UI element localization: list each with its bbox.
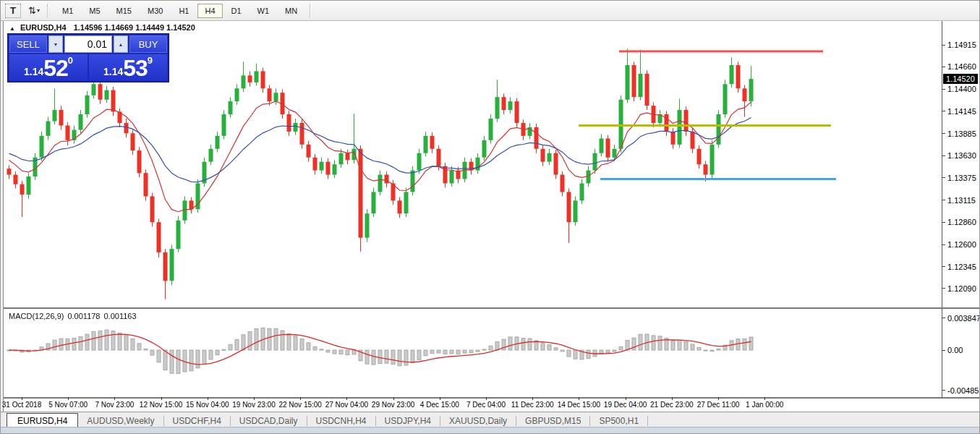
chart-title-ohlc: 1.14596 1.14669 1.14449 1.14520: [74, 23, 195, 32]
price-axis-tick: [942, 266, 945, 267]
timeframe-button-m15[interactable]: M15: [109, 4, 139, 18]
volume-increase-button[interactable]: ▲: [114, 35, 128, 53]
macd-axis-border: [942, 309, 942, 397]
macd-name: MACD(12,26,9): [9, 312, 64, 320]
chart-window: ▲ EURUSD,H4 1.14596 1.14669 1.14449 1.14…: [3, 21, 979, 412]
timeframe-toolbar: M1M5M15M30H1H4D1W1MN: [54, 4, 305, 18]
timeframe-button-m1[interactable]: M1: [55, 4, 80, 18]
price-axis-tick: [942, 222, 945, 223]
time-axis-tick: [764, 397, 765, 400]
price-axis-label: 1.14400: [947, 85, 976, 93]
time-axis-tick: [68, 397, 69, 400]
sell-price-sup: 0: [68, 56, 73, 65]
volume-input[interactable]: [65, 36, 111, 52]
timeframe-button-m5[interactable]: M5: [82, 4, 107, 18]
timeframe-button-d1[interactable]: D1: [224, 4, 249, 18]
spin-up-icon: ▲: [119, 42, 124, 47]
time-axis-tick: [672, 397, 673, 400]
macd-axis-label: -0.004856: [947, 386, 980, 395]
buy-price-prefix: 1.14: [103, 64, 123, 79]
tab-separator: [647, 416, 648, 426]
price-axis-tick: [942, 67, 945, 67]
buy-button[interactable]: BUY: [129, 35, 167, 53]
time-axis-tick: [718, 397, 719, 400]
macd-canvas[interactable]: [4, 309, 942, 397]
time-axis-tick: [114, 397, 115, 400]
timeframe-button-m30[interactable]: M30: [140, 4, 170, 18]
time-axis-tick: [208, 397, 208, 400]
price-axis-tick: [942, 111, 945, 111]
time-axis: 31 Oct 20185 Nov 07:007 Nov 23:0012 Nov …: [4, 399, 979, 412]
mt4-window: T ⇅ ▾ M1M5M15M30H1H4D1W1MN ▲ EURUSD,H4 1…: [0, 0, 980, 434]
timeframe-button-w1[interactable]: W1: [250, 4, 277, 18]
collapse-panel-icon[interactable]: ▲: [9, 25, 15, 32]
price-axis-tick: [942, 45, 945, 46]
price-axis-label: 1.13630: [947, 151, 976, 160]
main-chart-pane: ▲ EURUSD,H4 1.14596 1.14669 1.14449 1.14…: [4, 21, 979, 307]
macd-axis-label: 0.00: [947, 346, 963, 354]
price-axis-tick: [942, 200, 945, 200]
price-axis-label: 1.12345: [947, 263, 976, 271]
time-axis-label: 4 Dec 15:00: [420, 401, 459, 409]
sell-button-label: SELL: [17, 39, 40, 50]
time-axis-tick: [346, 397, 347, 400]
macd-indicator-label: MACD(12,26,9)0.0011780.001163: [9, 312, 140, 320]
time-axis-label: 27 Nov 04:00: [325, 401, 369, 409]
time-axis-tick: [486, 397, 487, 400]
time-axis-tick: [254, 397, 255, 400]
text-tool-icon: T: [10, 5, 16, 16]
price-axis-tick: [942, 244, 945, 245]
macd-axis-tick: [942, 350, 945, 351]
price-axis-label: 1.14915: [947, 41, 976, 49]
timeframe-button-h4[interactable]: H4: [197, 4, 222, 18]
time-axis-tick: [579, 397, 579, 400]
time-axis-label: 11 Dec 23:00: [511, 401, 554, 409]
time-axis-tick: [300, 397, 301, 400]
toolbar-grip: [47, 4, 48, 17]
timeframe-button-mn[interactable]: MN: [278, 4, 304, 18]
price-axis-tick: [942, 133, 945, 134]
buy-price-sup: 9: [148, 56, 153, 65]
spin-down-icon: ▼: [54, 42, 59, 47]
chart-title: ▲ EURUSD,H4 1.14596 1.14669 1.14449 1.14…: [9, 23, 195, 32]
time-axis-label: 19 Dec 04:00: [604, 401, 647, 409]
time-axis-label: 5 Nov 07:00: [48, 401, 88, 409]
time-axis-label: 14 Dec 15:00: [558, 401, 601, 409]
sell-price-box[interactable]: 1.14520: [9, 54, 88, 80]
current-price-tag: 1.14520: [943, 74, 978, 84]
sell-button[interactable]: SELL: [9, 35, 47, 53]
time-axis-tick: [161, 397, 162, 400]
timeframe-button-h1[interactable]: H1: [171, 4, 196, 18]
price-axis-label: 1.13375: [947, 174, 976, 182]
arrange-arrows-icon: ⇅: [28, 5, 36, 16]
volume-field-wrap: [64, 35, 112, 53]
price-axis-tick: [942, 156, 945, 156]
status-bar: [1, 427, 979, 433]
time-axis-tick: [626, 397, 626, 400]
price-axis-label: 1.14145: [947, 107, 976, 116]
time-axis-label: 27 Dec 11:00: [697, 401, 740, 409]
sell-price-main: 52: [43, 57, 68, 79]
time-axis-label: 12 Nov 15:00: [140, 401, 183, 409]
macd-axis-tick: [942, 318, 945, 318]
price-axis-label: 1.13885: [947, 129, 976, 138]
text-tool-button[interactable]: T: [5, 4, 21, 18]
toolbar-separator: [310, 4, 311, 18]
arrange-tool-button[interactable]: ⇅ ▾: [25, 3, 43, 19]
volume-decrease-button[interactable]: ▼: [48, 35, 63, 53]
macd-value-signal: 0.001163: [104, 312, 137, 320]
time-axis-label: 21 Dec 23:00: [650, 401, 694, 409]
buy-price-main: 53: [123, 57, 148, 79]
time-axis-tick: [532, 397, 533, 400]
time-axis-label: 19 Nov 23:00: [232, 401, 276, 409]
time-axis-label: 7 Nov 23:00: [95, 401, 134, 409]
buy-button-label: BUY: [139, 39, 158, 50]
time-axis-tick: [22, 397, 22, 400]
macd-pane: MACD(12,26,9)0.0011780.001163 0.0038470.…: [4, 309, 979, 397]
chevron-down-icon[interactable]: ▾: [37, 7, 40, 14]
chart-title-symbol: EURUSD,H4: [20, 23, 67, 32]
price-axis-label: 1.14660: [947, 62, 976, 71]
top-toolbar: T ⇅ ▾ M1M5M15M30H1H4D1W1MN: [1, 1, 979, 21]
price-axis-border: [942, 21, 942, 307]
buy-price-box[interactable]: 1.14539: [89, 54, 167, 80]
